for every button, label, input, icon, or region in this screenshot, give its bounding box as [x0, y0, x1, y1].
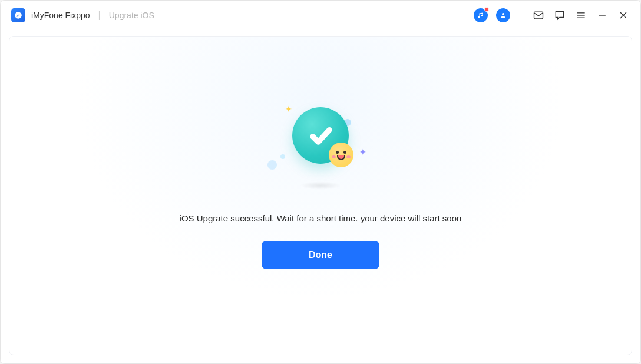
- separator: [521, 10, 521, 21]
- notification-badge: [484, 7, 489, 12]
- app-logo-icon: [11, 8, 25, 22]
- feedback-icon[interactable]: [553, 9, 566, 22]
- menu-icon[interactable]: [574, 9, 587, 22]
- titlebar-left: iMyFone Fixppo | Upgrate iOS: [11, 8, 154, 22]
- account-icon[interactable]: [496, 8, 510, 22]
- done-button[interactable]: Done: [262, 241, 379, 269]
- decor-dot: [280, 154, 285, 159]
- status-message: iOS Upgrate successful. Wait for a short…: [180, 213, 462, 223]
- svg-rect-1: [534, 12, 543, 19]
- minimize-icon[interactable]: [596, 9, 609, 22]
- mail-icon[interactable]: [532, 9, 545, 22]
- sparkle-icon: ✦: [359, 147, 366, 157]
- app-window: iMyFone Fixppo | Upgrate iOS: [0, 0, 641, 364]
- content-area: ✦ ✦ iOS Upgrate successful. Wait for a s…: [1, 30, 640, 363]
- shadow: [300, 181, 341, 190]
- titlebar: iMyFone Fixppo | Upgrate iOS: [1, 1, 640, 30]
- svg-point-0: [502, 13, 504, 15]
- smiley-icon: [329, 143, 353, 167]
- close-icon[interactable]: [617, 9, 630, 22]
- app-subtitle: Upgrate iOS: [109, 11, 154, 20]
- title-separator: |: [98, 10, 101, 21]
- decor-dot: [267, 160, 277, 170]
- main-panel: ✦ ✦ iOS Upgrate successful. Wait for a s…: [9, 36, 632, 355]
- app-title: iMyFone Fixppo: [31, 11, 90, 20]
- sparkle-icon: ✦: [285, 104, 292, 114]
- success-illustration: ✦ ✦: [267, 101, 374, 190]
- titlebar-right: [474, 8, 630, 22]
- music-icon[interactable]: [474, 8, 488, 22]
